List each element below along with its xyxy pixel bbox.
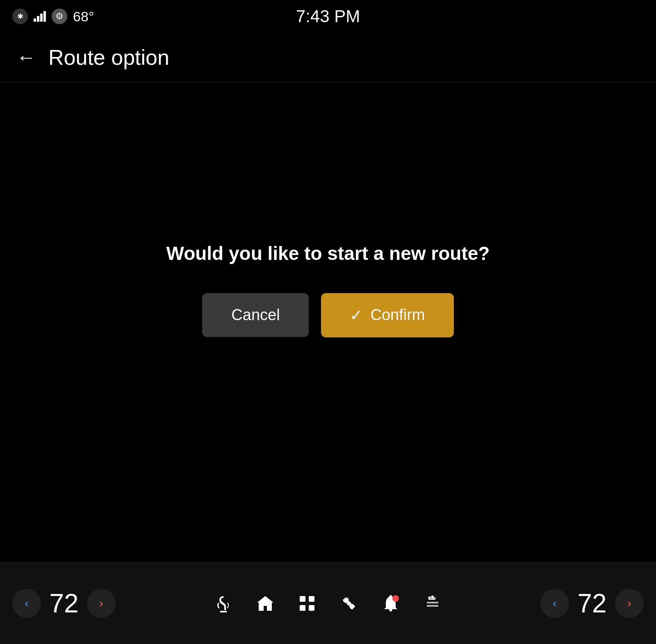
- notification-button[interactable]: [380, 593, 401, 614]
- left-temp-control: ‹ 72 ›: [12, 588, 116, 619]
- bluetooth-icon: ✱: [12, 9, 28, 24]
- status-time: 7:43 PM: [296, 7, 360, 26]
- seat-heat-icon: [213, 593, 234, 614]
- status-temperature: 68°: [73, 9, 94, 25]
- svg-rect-0: [300, 596, 305, 602]
- settings-icon: ⚙: [52, 9, 67, 24]
- left-temp-decrease-button[interactable]: ‹: [12, 589, 41, 618]
- apps-button[interactable]: [296, 593, 318, 614]
- confirm-button[interactable]: ✓ Confirm: [321, 293, 453, 337]
- home-icon: [255, 593, 276, 614]
- bottom-icons: [213, 593, 443, 614]
- cancel-button[interactable]: Cancel: [202, 293, 309, 337]
- svg-rect-3: [309, 605, 314, 611]
- confirm-label: Confirm: [370, 306, 425, 324]
- left-temp-increase-button[interactable]: ›: [87, 589, 116, 618]
- right-temp-control: ‹ 72 ›: [540, 588, 644, 619]
- checkmark-icon: ✓: [350, 306, 363, 324]
- fan-button[interactable]: [338, 593, 360, 614]
- svg-point-5: [392, 595, 399, 602]
- page-title: Route option: [48, 45, 169, 70]
- fan-icon: [338, 593, 360, 614]
- grid-icon: [296, 593, 318, 614]
- home-button[interactable]: [255, 593, 276, 614]
- right-temp-decrease-button[interactable]: ‹: [540, 589, 569, 618]
- svg-point-4: [347, 601, 351, 605]
- notification-icon: [380, 593, 401, 614]
- dialog-buttons: Cancel ✓ Confirm: [202, 293, 453, 337]
- seat-heat-button[interactable]: [213, 593, 234, 614]
- status-bar: ✱ ⚙ 68° 7:43 PM: [0, 0, 656, 33]
- back-button[interactable]: ←: [16, 48, 36, 67]
- rear-heat-button[interactable]: [422, 593, 443, 614]
- bottom-bar: ‹ 72 ›: [0, 562, 656, 644]
- signal-icon: [34, 11, 46, 22]
- header: ← Route option: [0, 33, 656, 82]
- dialog-question: Would you like to start a new route?: [166, 242, 490, 264]
- right-temperature-value: 72: [576, 588, 608, 619]
- rear-heat-icon: [422, 593, 443, 614]
- right-temp-increase-button[interactable]: ›: [615, 589, 644, 618]
- left-temperature-value: 72: [48, 588, 80, 619]
- status-left-icons: ✱ ⚙ 68°: [12, 9, 94, 25]
- svg-rect-1: [309, 596, 314, 602]
- svg-rect-2: [300, 605, 305, 611]
- main-content: Would you like to start a new route? Can…: [0, 82, 656, 497]
